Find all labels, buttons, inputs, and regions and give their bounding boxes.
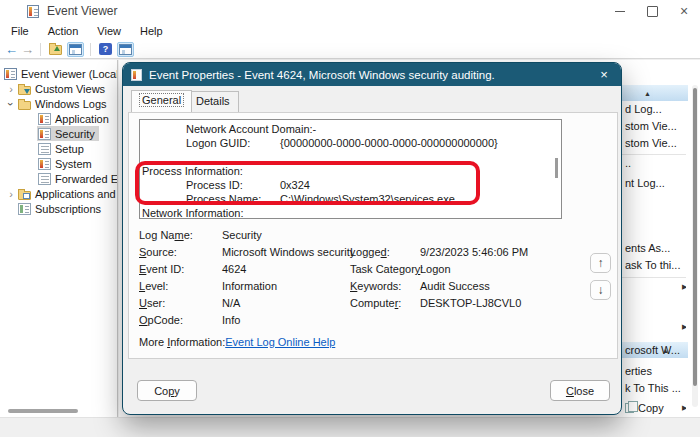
tree-item-application[interactable]: Application [0,111,117,126]
description-scrollbar-thumb[interactable] [555,158,558,178]
field-label: Event ID: [139,263,184,275]
actions-section-header[interactable]: crosoft W...▲ [622,342,688,358]
menu-file[interactable]: File [8,24,32,38]
action-item[interactable]: k To This ... [622,381,686,395]
help-icon[interactable]: ? [97,41,114,57]
minimize-button[interactable] [604,0,636,22]
field-value: Audit Success [420,280,490,292]
window-titlebar: Event Viewer × [0,0,700,22]
tree-item-subscriptions[interactable]: Subscriptions [0,201,117,216]
tab-general[interactable]: General [131,90,192,112]
tab-details-label: Details [196,95,230,107]
tree-item-system[interactable]: System [0,156,117,171]
log-event-icon [38,158,51,170]
field-label: User: [139,297,165,309]
tree-item-applications-and-services-logs[interactable]: ›Applications and Services Logs [0,186,117,201]
menu-view[interactable]: View [94,24,124,38]
tree-item-inner: Applications and Services Logs [17,186,118,201]
action-item[interactable]: d Log... [622,102,686,116]
field-value: Info [222,314,240,326]
description-label: Process ID: [186,178,280,192]
chevron-collapsed-icon[interactable]: › [5,189,17,199]
collapse-icon[interactable]: ▲ [644,90,651,97]
back-icon[interactable]: ← [5,43,18,56]
actions-separator [622,277,686,278]
dialog-titlebar[interactable]: Event Properties - Event 4624, Microsoft… [123,63,621,86]
action-item[interactable]: stom Vie... [622,119,686,133]
action-item-label: .. [625,157,631,169]
menu-help[interactable]: Help [137,24,166,38]
close-window-button[interactable]: × [668,0,700,22]
action-item[interactable]: ents As... [622,241,686,255]
tab-general-label: General [140,94,183,106]
tree-item-label: System [55,158,92,170]
event-fields: Log Name:SecuritySource:Microsoft Window… [139,229,609,331]
description-line: Process ID:0x324 [140,178,553,192]
show-hide-action-pane-icon[interactable] [117,42,134,57]
action-item-label: ents As... [625,242,670,254]
field-label: Level: [139,280,168,292]
copy-button[interactable]: Copy [137,380,197,401]
tree-item-setup[interactable]: Setup [0,141,117,156]
actions-separator [622,154,686,155]
tree-item-inner: Forwarded Events [37,171,118,186]
chevron-expanded-icon[interactable]: › [6,98,16,110]
submenu-arrow-icon: ▶ [682,323,686,331]
tree-item-inner: Windows Logs [17,96,111,111]
field-value: Security [222,229,262,241]
actions-header-label: crosoft W... [625,344,680,356]
field-row: Event ID:4624Task Category:Logon [139,263,609,280]
menu-action[interactable]: Action [45,24,82,38]
up-level-icon[interactable] [47,42,64,57]
event-viewer-icon [27,5,39,18]
general-tab-page: Network Account Domain:-Logon GUID:{0000… [128,112,618,359]
field-row: Level:InformationKeywords:Audit Success [139,280,609,297]
description-label: Network Account Domain: [186,122,313,136]
event-description[interactable]: Network Account Domain:-Logon GUID:{0000… [139,119,562,219]
tree-item-security[interactable]: Security [0,126,117,141]
tree-item-label: Event Viewer (Local) [21,68,118,80]
show-hide-tree-icon[interactable] [67,42,84,57]
action-item[interactable]: stom Vie... [622,136,686,150]
actions-section-header[interactable]: ▲ [622,85,688,101]
tab-details[interactable]: Details [187,91,239,112]
actions-panel: ▲d Log...stom Vie...stom Vie.....nt Log.… [622,60,700,417]
description-label: Process Name: [186,192,280,206]
tree-item-label: Forwarded Events [55,173,118,185]
action-item[interactable]: ask To thi... [622,258,686,272]
tree-item-forwarded-events[interactable]: Forwarded Events [0,171,117,186]
action-item[interactable]: Copy▶ [622,401,686,415]
action-item[interactable]: erties [622,364,686,378]
tree-item-label: Setup [55,143,84,155]
forward-icon[interactable]: → [21,43,34,56]
action-item[interactable]: ▶ [622,320,686,334]
actions-scrollbar-thumb[interactable] [693,88,697,386]
description-label: Logon GUID: [186,136,280,150]
event-viewer-icon [4,68,17,80]
tree-item-event-viewer-local[interactable]: Event Viewer (Local) [0,66,117,81]
action-item-label: ask To thi... [625,259,680,271]
action-item[interactable]: ▶ [622,280,686,294]
tree-item-windows-logs[interactable]: ›Windows Logs [0,96,117,111]
event-log-online-help-link[interactable]: Event Log Online Help [225,336,335,348]
action-item[interactable]: .. [622,156,686,170]
log-plain-icon [38,173,51,185]
tree-item-label: Applications and Services Logs [35,188,118,200]
menu-bar: FileActionViewHelp [0,22,700,40]
close-button[interactable]: Close [550,380,610,401]
chevron-collapsed-icon[interactable]: › [5,84,17,94]
tree-item-label: Custom Views [35,83,105,95]
field-label: OpCode: [139,314,183,326]
dialog-close-icon[interactable]: × [593,67,615,82]
action-item[interactable]: nt Log... [622,176,686,190]
previous-event-button[interactable]: ↑ [590,253,611,273]
collapse-icon[interactable]: ▲ [662,347,669,354]
tree-item-custom-views[interactable]: ›Custom Views [0,81,117,96]
next-event-button[interactable]: ↓ [590,280,611,300]
description-blank-line [140,150,553,164]
maximize-button[interactable] [636,0,668,22]
more-information-row: More Information: Event Log Online Help [139,336,335,348]
tree-hscrollbar-thumb[interactable] [8,409,78,413]
tree-item-label: Windows Logs [35,98,107,110]
window-controls: × [604,0,700,22]
